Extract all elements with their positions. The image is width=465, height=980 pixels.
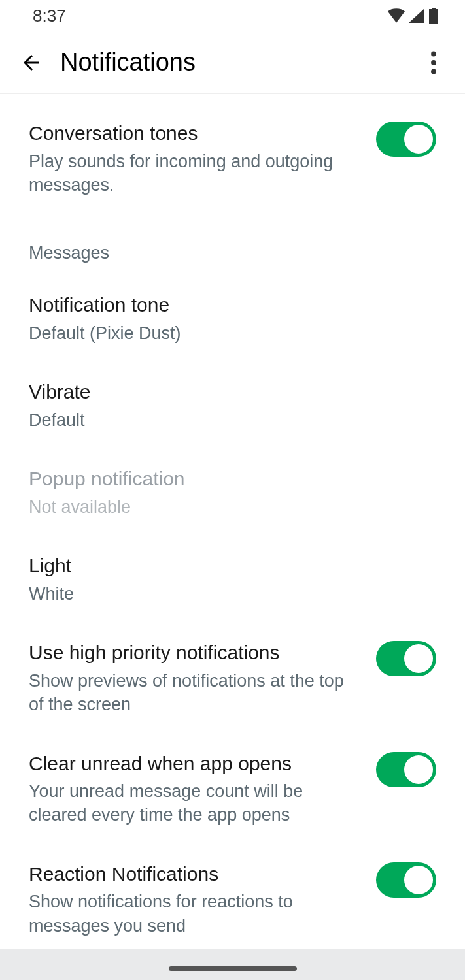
- clear-unread-toggle[interactable]: [376, 752, 436, 787]
- toggle-knob: [404, 125, 433, 154]
- reaction-notifications-row[interactable]: Reaction Notifications Show notification…: [0, 844, 465, 955]
- vibrate-row[interactable]: Vibrate Default: [0, 362, 465, 449]
- conversation-tones-toggle[interactable]: [376, 122, 436, 157]
- arrow-back-icon: [20, 51, 43, 74]
- battery-icon: [428, 8, 439, 24]
- setting-text: Conversation tones Play sounds for incom…: [29, 120, 376, 197]
- setting-text: Popup notification Not available: [29, 466, 436, 519]
- setting-title: Use high priority notifications: [29, 640, 363, 666]
- setting-title: Popup notification: [29, 466, 423, 493]
- svg-point-0: [431, 51, 436, 56]
- setting-text: Clear unread when app opens Your unread …: [29, 751, 376, 827]
- setting-title: Light: [29, 553, 423, 580]
- svg-point-1: [431, 60, 436, 65]
- nav-handle[interactable]: [169, 966, 297, 971]
- setting-subtitle: Default: [29, 408, 423, 432]
- setting-title: Clear unread when app opens: [29, 751, 363, 777]
- page-title: Notifications: [60, 48, 418, 76]
- toggle-knob: [404, 644, 433, 673]
- setting-subtitle: Show previews of notifications at the to…: [29, 669, 363, 717]
- setting-subtitle: Your unread message count will be cleare…: [29, 779, 363, 827]
- conversation-tones-row[interactable]: Conversation tones Play sounds for incom…: [0, 94, 465, 223]
- wifi-icon: [388, 8, 405, 23]
- setting-text: Reaction Notifications Show notification…: [29, 861, 376, 938]
- status-icons: [388, 8, 439, 24]
- setting-subtitle: White: [29, 582, 423, 606]
- setting-subtitle: Show notifications for reactions to mess…: [29, 890, 363, 938]
- setting-subtitle: Default (Pixie Dust): [29, 321, 423, 345]
- setting-title: Vibrate: [29, 379, 423, 406]
- high-priority-row[interactable]: Use high priority notifications Show pre…: [0, 623, 465, 733]
- status-bar: 8:37: [0, 0, 465, 31]
- setting-title: Reaction Notifications: [29, 861, 363, 888]
- toggle-knob: [404, 755, 433, 784]
- setting-text: Vibrate Default: [29, 379, 436, 432]
- toggle-knob: [404, 866, 433, 894]
- more-vert-icon: [430, 51, 437, 74]
- more-menu-button[interactable]: [418, 47, 449, 78]
- setting-subtitle: Not available: [29, 495, 423, 519]
- reaction-toggle[interactable]: [376, 862, 436, 898]
- popup-notification-row: Popup notification Not available: [0, 449, 465, 536]
- svg-point-2: [431, 69, 436, 74]
- setting-text: Light White: [29, 553, 436, 606]
- high-priority-toggle[interactable]: [376, 641, 436, 676]
- status-time: 8:37: [33, 6, 66, 26]
- cell-signal-icon: [409, 8, 424, 23]
- setting-title: Notification tone: [29, 292, 423, 319]
- setting-text: Notification tone Default (Pixie Dust): [29, 292, 436, 345]
- setting-subtitle: Play sounds for incoming and outgoing me…: [29, 150, 363, 197]
- light-row[interactable]: Light White: [0, 536, 465, 623]
- notification-tone-row[interactable]: Notification tone Default (Pixie Dust): [0, 275, 465, 362]
- back-button[interactable]: [16, 47, 47, 78]
- section-header-messages: Messages: [0, 223, 465, 275]
- setting-text: Use high priority notifications Show pre…: [29, 640, 376, 716]
- bottom-bar-area: [0, 949, 465, 980]
- app-bar: Notifications: [0, 31, 465, 94]
- setting-title: Conversation tones: [29, 120, 363, 147]
- clear-unread-row[interactable]: Clear unread when app opens Your unread …: [0, 734, 465, 844]
